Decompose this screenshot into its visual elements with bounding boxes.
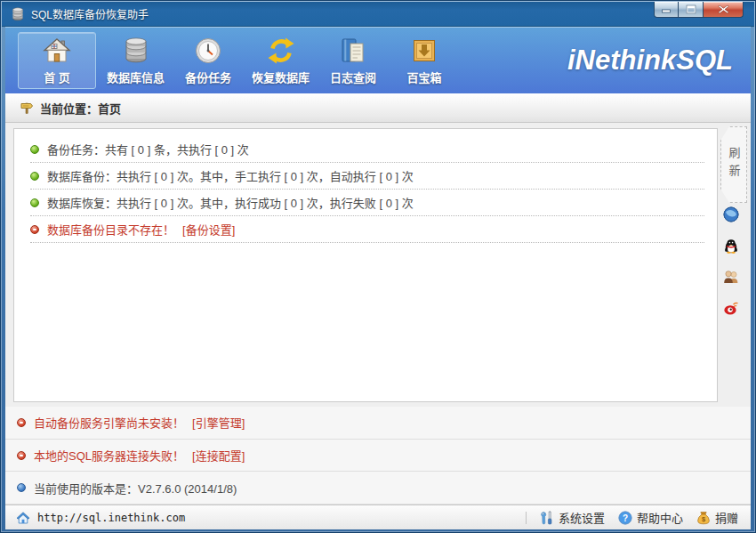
right-sidebar: 刷新 — [717, 123, 751, 407]
status-links: 系统设置 ? 帮助中心 $ 捐赠 — [526, 509, 738, 526]
toolbar-item-label: 日志查阅 — [330, 69, 376, 85]
status-panel: 备份任务：共有 [ 0 ] 条，共执行 [ 0 ] 次 数据库备份：共执行 [ … — [13, 128, 718, 402]
ok-bullet-icon — [30, 145, 39, 154]
status-row-backup-dir-missing: 数据库备份目录不存在！ [备份设置] — [30, 216, 704, 243]
minimize-icon — [661, 5, 672, 14]
minimize-button[interactable] — [654, 2, 679, 18]
status-link-label: 捐赠 — [715, 509, 738, 526]
window-controls — [654, 2, 744, 18]
toolbar-item-database-info[interactable]: 数据库信息 — [101, 32, 170, 89]
error-bullet-icon — [30, 225, 39, 234]
help-icon: ? — [618, 511, 632, 525]
app-window: SQL数据库备份恢复助手 — [0, 0, 756, 533]
alert-text: 自动备份服务引擎尚未安装！ — [34, 414, 184, 431]
status-bar: http://sql.inethink.com 系统设置 — [5, 505, 751, 529]
toolbar-item-label: 数据库信息 — [107, 69, 165, 85]
breadcrumb: 当前位置：首页 — [5, 93, 751, 123]
connection-config-link[interactable]: [连接配置] — [192, 447, 245, 464]
log-icon — [339, 36, 367, 65]
toolbar-item-home[interactable]: 首 页 — [18, 32, 96, 89]
toolbar-item-backup-tasks[interactable]: 备份任务 — [175, 32, 241, 89]
website-url[interactable]: http://sql.inethink.com — [37, 512, 185, 524]
help-center-button[interactable]: ? 帮助中心 — [618, 509, 683, 526]
home-icon — [43, 36, 71, 65]
maximize-button[interactable] — [679, 2, 703, 18]
tools-icon — [540, 511, 554, 525]
alert-row-engine-missing: 自动备份服务引擎尚未安装！ [引擎管理] — [5, 407, 751, 440]
maximize-icon — [686, 4, 696, 14]
backup-settings-link[interactable]: [备份设置] — [182, 221, 235, 238]
version-row: 当前使用的版本是：V2.7.6.0 (2014/1/8) — [5, 472, 751, 505]
info-bullet-icon — [17, 483, 26, 492]
error-bullet-icon — [17, 418, 26, 427]
toolbar-item-log-view[interactable]: 日志查阅 — [320, 32, 386, 89]
status-link-label: 系统设置 — [559, 509, 605, 526]
alert-section: 自动备份服务引擎尚未安装！ [引擎管理] 本地的SQL服务器连接失败！ [连接配… — [5, 407, 751, 505]
status-text: 备份任务：共有 [ 0 ] 条，共执行 [ 0 ] 次 — [47, 141, 249, 157]
status-link-label: 帮助中心 — [637, 509, 683, 526]
status-row-backup-tasks: 备份任务：共有 [ 0 ] 条，共执行 [ 0 ] 次 — [30, 136, 704, 163]
ok-bullet-icon — [30, 172, 39, 181]
error-bullet-icon — [17, 451, 26, 460]
close-button[interactable] — [703, 2, 744, 18]
refresh-tab[interactable]: 刷新 — [720, 126, 747, 203]
home-link-icon — [16, 511, 30, 525]
toolbar-item-restore-database[interactable]: 恢复数据库 — [246, 32, 315, 89]
database-icon — [122, 36, 150, 65]
money-bag-icon: $ — [696, 511, 711, 525]
toolbar-item-label: 百宝箱 — [407, 69, 442, 85]
breadcrumb-text: 当前位置：首页 — [40, 100, 121, 117]
system-settings-button[interactable]: 系统设置 — [540, 509, 605, 526]
close-icon — [718, 4, 729, 14]
website-globe-icon[interactable] — [723, 206, 739, 222]
title-bar[interactable]: SQL数据库备份恢复助手 — [2, 2, 754, 27]
window-title: SQL数据库备份恢复助手 — [31, 6, 149, 21]
divider — [526, 512, 527, 524]
contacts-icon[interactable] — [723, 269, 739, 285]
sidebar-icons — [717, 206, 745, 316]
status-row-database-restore: 数据库恢复：共执行 [ 0 ] 次。其中，执行成功 [ 0 ] 次，执行失败 [… — [30, 190, 704, 216]
brand-logo: iNethinkSQL — [567, 44, 733, 77]
database-app-icon — [11, 7, 25, 21]
signpost-icon — [20, 101, 34, 115]
main-toolbar: 首 页 数据库信息 — [5, 27, 751, 93]
toolbox-icon — [410, 36, 438, 65]
version-text: 当前使用的版本是：V2.7.6.0 (2014/1/8) — [34, 480, 237, 497]
weibo-icon[interactable] — [723, 300, 739, 316]
ok-bullet-icon — [30, 198, 39, 207]
donate-button[interactable]: $ 捐赠 — [696, 509, 738, 526]
restore-icon — [267, 36, 295, 65]
toolbar-item-label: 首 页 — [44, 69, 70, 85]
qq-icon[interactable] — [723, 238, 739, 254]
status-row-database-backup: 数据库备份：共执行 [ 0 ] 次。其中，手工执行 [ 0 ] 次，自动执行 [… — [30, 163, 704, 190]
toolbar-item-label: 备份任务 — [185, 69, 231, 85]
status-text: 数据库备份目录不存在！ — [47, 221, 174, 238]
status-text: 数据库备份：共执行 [ 0 ] 次。其中，手工执行 [ 0 ] 次，自动执行 [… — [47, 167, 414, 184]
clock-icon — [194, 36, 222, 65]
alert-row-sql-connect-failed: 本地的SQL服务器连接失败！ [连接配置] — [5, 440, 751, 472]
engine-manage-link[interactable]: [引擎管理] — [192, 414, 245, 431]
app-body: 首 页 数据库信息 — [5, 27, 751, 528]
svg-text:?: ? — [623, 513, 628, 522]
refresh-label: 刷新 — [726, 147, 743, 182]
main-area: 备份任务：共有 [ 0 ] 条，共执行 [ 0 ] 次 数据库备份：共执行 [ … — [5, 123, 751, 407]
toolbar-item-label: 恢复数据库 — [252, 69, 310, 85]
status-text: 数据库恢复：共执行 [ 0 ] 次。其中，执行成功 [ 0 ] 次，执行失败 [… — [47, 194, 414, 211]
alert-text: 本地的SQL服务器连接失败！ — [34, 447, 184, 464]
toolbar-item-toolbox[interactable]: 百宝箱 — [391, 32, 457, 89]
